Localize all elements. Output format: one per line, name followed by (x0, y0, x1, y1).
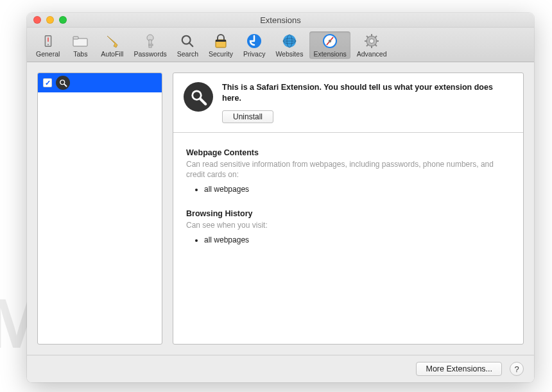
privacy-icon (245, 33, 264, 49)
permission-subtitle: Can read sensitive information from webp… (186, 159, 510, 180)
tab-tabs[interactable]: Tabs (66, 31, 94, 59)
svg-line-33 (64, 84, 66, 86)
window-titlebar: Extensions (27, 13, 534, 28)
svg-line-9 (189, 43, 193, 47)
security-icon (211, 33, 230, 49)
tab-autofill[interactable]: AutoFill (97, 31, 127, 59)
svg-line-29 (375, 36, 377, 38)
extension-list-item[interactable]: ✓ (38, 73, 162, 92)
tab-label: Websites (275, 50, 303, 58)
svg-rect-4 (73, 37, 78, 39)
permission-webpage-contents: Webpage Contents Can read sensitive info… (173, 133, 523, 205)
svg-rect-3 (73, 38, 87, 46)
svg-line-28 (367, 44, 368, 46)
extensions-sidebar: ✓ (37, 72, 162, 345)
tab-label: Tabs (73, 50, 87, 58)
svg-point-32 (60, 80, 64, 83)
permission-title: Webpage Contents (186, 148, 510, 157)
tab-label: Advanced (357, 50, 387, 58)
svg-rect-6 (149, 40, 151, 47)
permission-subtitle: Can see when you visit: (186, 220, 510, 230)
extension-details-panel: This is a Safari Extension. You should t… (173, 72, 524, 345)
svg-rect-11 (216, 40, 226, 42)
tab-label: Passwords (134, 50, 166, 58)
window-title: Extensions (27, 15, 534, 25)
more-extensions-button[interactable]: More Extensions... (416, 362, 502, 376)
extension-search-icon (56, 76, 70, 90)
extension-header: This is a Safari Extension. You should t… (173, 73, 523, 133)
permission-item: all webpages (204, 235, 510, 244)
extension-enable-checkbox[interactable]: ✓ (43, 78, 52, 87)
extension-description: This is a Safari Extension. You should t… (222, 82, 513, 104)
help-button[interactable]: ? (510, 362, 524, 376)
preferences-window: Extensions General Tabs AutoFill Passw (27, 13, 534, 382)
tab-label: Search (177, 50, 198, 58)
tab-extensions[interactable]: Extensions (309, 31, 350, 59)
uninstall-button[interactable]: Uninstall (222, 110, 273, 123)
tab-label: Privacy (243, 50, 265, 58)
tab-search[interactable]: Search (173, 31, 202, 59)
permission-title: Browsing History (186, 209, 510, 218)
extension-large-icon (184, 82, 213, 112)
svg-point-35 (193, 92, 200, 99)
content-area: ✓ This is a Safari Extension. You should… (27, 62, 534, 355)
advanced-icon (362, 33, 381, 49)
autofill-icon (103, 33, 122, 49)
permission-browsing-history: Browsing History Can see when you visit:… (173, 205, 523, 256)
extensions-icon (320, 33, 340, 49)
tab-label: General (36, 50, 60, 58)
websites-icon (280, 33, 299, 49)
extension-header-text: This is a Safari Extension. You should t… (222, 82, 513, 123)
svg-point-30 (370, 39, 374, 44)
tab-privacy[interactable]: Privacy (239, 31, 269, 59)
svg-rect-7 (149, 44, 153, 46)
permission-list: all webpages (186, 185, 510, 194)
svg-line-26 (367, 36, 368, 38)
preferences-toolbar: General Tabs AutoFill Passwords Search (27, 28, 534, 62)
tab-label: Security (209, 50, 233, 58)
svg-line-36 (201, 99, 206, 105)
permission-list: all webpages (186, 235, 510, 244)
tab-passwords[interactable]: Passwords (130, 31, 170, 59)
search-icon (178, 33, 197, 49)
passwords-icon (141, 33, 160, 49)
svg-line-27 (375, 44, 377, 46)
tabs-icon (71, 33, 90, 49)
tab-label: AutoFill (101, 50, 123, 58)
tab-security[interactable]: Security (205, 31, 237, 59)
permission-item: all webpages (204, 185, 510, 194)
tab-label: Extensions (313, 50, 346, 58)
window-footer: More Extensions... ? (27, 355, 534, 382)
general-icon (39, 33, 58, 49)
tab-advanced[interactable]: Advanced (353, 31, 391, 59)
tab-websites[interactable]: Websites (272, 31, 307, 59)
svg-point-1 (47, 44, 49, 46)
tab-general[interactable]: General (32, 31, 64, 59)
